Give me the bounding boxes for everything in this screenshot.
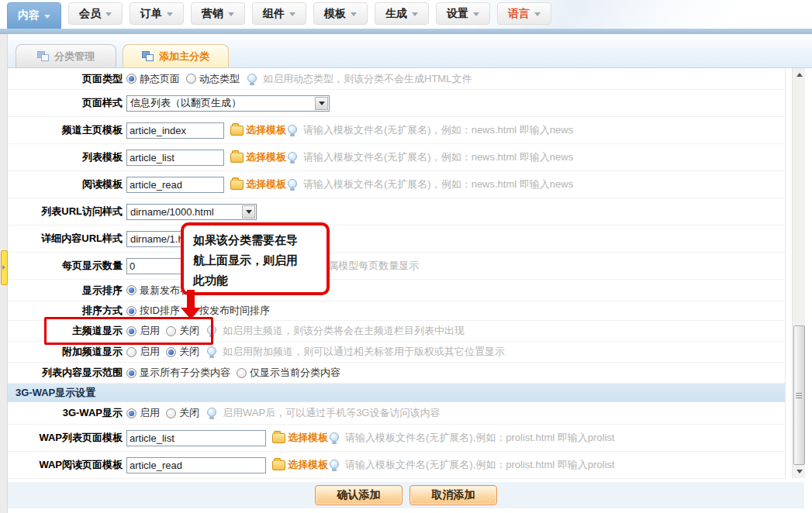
form-row-list-content-scope: 列表内容显示范围 显示所有子分类内容 仅显示当前分类内容 (8, 363, 785, 384)
radio-icon (166, 408, 176, 418)
nav-item-generate[interactable]: 生成 (375, 2, 429, 25)
radio-wap-enable[interactable]: 启用 (126, 406, 160, 420)
nav-item-marketing[interactable]: 营销 (191, 2, 245, 25)
choose-template-link[interactable]: 选择模板 (288, 458, 328, 472)
form-row-page-style: 页面样式 信息列表（以翻页生成） (8, 90, 785, 117)
radio-main-channel-disable[interactable]: 关闭 (166, 324, 199, 338)
nav-item-content[interactable]: 内容 (7, 2, 61, 29)
list-template-input[interactable] (126, 150, 224, 166)
field-label: WAP列表页面模板 (8, 431, 123, 445)
hint-bulb-icon (330, 460, 339, 469)
tab-add-main-category[interactable]: 添加主分类 (123, 44, 229, 67)
radio-label: 显示所有子分类内容 (140, 366, 230, 380)
form-row-extra-channel-display: 附加频道显示 启用 关闭 如启用附加频道，则可以通过相关标签用于版权或其它位置显… (8, 342, 785, 363)
wap-read-template-input[interactable] (126, 457, 266, 473)
scrollbar-thumb[interactable] (793, 325, 805, 465)
tab-category-management[interactable]: 分类管理 (16, 44, 116, 67)
form-row-wap-list-template: WAP列表页面模板 选择模板 请输入模板文件名(无扩展名),例如：prolist… (8, 425, 785, 452)
radio-show-all-subcategory-content[interactable]: 显示所有子分类内容 (126, 366, 230, 380)
nav-item-label: 生成 (385, 7, 407, 21)
radio-label: 动态类型 (199, 72, 240, 86)
nav-item-settings[interactable]: 设置 (436, 2, 490, 25)
select-dropdown-button[interactable] (315, 97, 328, 110)
radio-label: 按发布时间排序 (199, 304, 270, 318)
field-tip: 如启用附加频道，则可以通过相关标签用于版权或其它位置显示 (223, 345, 505, 359)
items-per-page-input[interactable] (126, 258, 184, 274)
radio-sort-by-id[interactable]: 按ID排序 (126, 304, 180, 318)
field-label: 列表内容显示范围 (8, 366, 123, 380)
radio-static-page[interactable]: 静态页面 (126, 72, 180, 86)
nav-item-orders[interactable]: 订单 (130, 2, 184, 25)
nav-item-language[interactable]: 语言 (497, 2, 551, 25)
radio-label: 启用 (140, 406, 160, 420)
nav-item-label: 会员 (79, 7, 101, 21)
chevron-down-icon (473, 12, 479, 16)
chevron-down-icon (105, 12, 112, 16)
field-tip: 请输入模板文件名(无扩展名)，例如：news.html 即输入news (303, 177, 573, 191)
field-label: 排序方式 (8, 304, 123, 318)
panel-expand-handle[interactable] (1, 250, 8, 285)
radio-wap-disable[interactable]: 关闭 (166, 406, 199, 420)
hint-bulb-icon (288, 125, 297, 134)
folder-icon (230, 180, 244, 190)
left-panel-strip (0, 34, 8, 513)
nav-item-components[interactable]: 组件 (252, 2, 306, 25)
radio-main-channel-enable[interactable]: 启用 (126, 324, 160, 338)
top-navbar: 内容 会员 订单 营销 组件 模板 生成 设置 语言 (0, 0, 812, 29)
read-template-input[interactable] (126, 177, 224, 193)
annotation-callout: 如果该分类需要在导航上面显示，则启用此功能 (181, 222, 330, 295)
field-label: 详细内容URL样式 (8, 232, 123, 246)
nav-item-label: 内容 (18, 9, 40, 22)
radio-label: 启用 (140, 324, 160, 338)
radio-extra-channel-enable[interactable]: 启用 (126, 345, 160, 359)
tab-strip: 分类管理 添加主分类 (8, 34, 812, 68)
radio-icon (237, 368, 247, 378)
tab-label: 添加主分类 (159, 50, 209, 64)
choose-template-link[interactable]: 选择模板 (246, 123, 286, 137)
radio-label: 关闭 (179, 406, 199, 420)
field-tip: 如启用主频道，则该分类将会在主频道栏目列表中出现 (223, 324, 465, 338)
field-label: 每页显示数量 (8, 259, 123, 273)
radio-icon (126, 368, 136, 378)
select-value: dirname/1000.html (130, 206, 214, 218)
scroll-up-button[interactable] (793, 68, 806, 81)
wap-list-template-input[interactable] (126, 430, 266, 446)
field-tip: 如启用动态类型，则该分类不会生成HTML文件 (263, 72, 472, 86)
choose-template-link[interactable]: 选择模板 (246, 150, 286, 164)
channel-index-template-input[interactable] (126, 122, 224, 139)
page-style-select[interactable]: 信息列表（以翻页生成） (126, 95, 330, 112)
choose-template-link[interactable]: 选择模板 (288, 431, 328, 445)
field-tip: 启用WAP后，可以通过手机等3G设备访问该内容 (223, 406, 440, 420)
nav-item-members[interactable]: 会员 (68, 2, 123, 25)
field-label: 附加频道显示 (8, 345, 123, 359)
nav-item-label: 订单 (140, 7, 162, 21)
radio-dynamic-type[interactable]: 动态类型 (186, 72, 240, 86)
annotation-arrow (187, 290, 195, 308)
vertical-scrollbar[interactable] (792, 68, 805, 478)
select-dropdown-button[interactable] (242, 205, 255, 219)
radio-extra-channel-disable[interactable]: 关闭 (166, 345, 199, 359)
radio-icon (126, 306, 136, 316)
folder-icon (230, 153, 244, 163)
nav-item-templates[interactable]: 模板 (313, 2, 368, 25)
nav-item-label: 营销 (202, 7, 223, 21)
hint-bulb-icon (207, 346, 216, 356)
scroll-down-button[interactable] (793, 465, 806, 478)
radio-label: 仅显示当前分类内容 (250, 366, 340, 380)
form-row-list-url-style: 列表URL访问样式 dirname/1000.html (8, 198, 785, 226)
confirm-add-button[interactable]: 确认添加 (315, 485, 403, 505)
list-url-style-select[interactable]: dirname/1000.html (126, 204, 257, 220)
cancel-add-button[interactable]: 取消添加 (409, 485, 497, 505)
choose-template-link[interactable]: 选择模板 (246, 177, 286, 191)
hint-bulb-icon (247, 74, 257, 83)
form-row-channel-index-template: 频道主页模板 选择模板 请输入模板文件名(无扩展名)，例如：news.html … (8, 117, 785, 144)
radio-show-current-category-only[interactable]: 仅显示当前分类内容 (237, 366, 340, 380)
radio-icon (126, 326, 136, 336)
field-label: 显示排序 (8, 284, 123, 298)
form-row-read-template: 阅读模板 选择模板 请输入模板文件名(无扩展名)，例如：news.html 即输… (8, 171, 785, 198)
radio-icon (126, 74, 136, 84)
form-row-main-channel-display: 主频道显示 启用 关闭 如启用主频道，则该分类将会在主频道栏目列表中出现 (8, 321, 785, 342)
field-label: WAP阅读页面模板 (8, 458, 123, 472)
chevron-down-icon (44, 15, 50, 19)
radio-label: 静态页面 (140, 72, 180, 86)
